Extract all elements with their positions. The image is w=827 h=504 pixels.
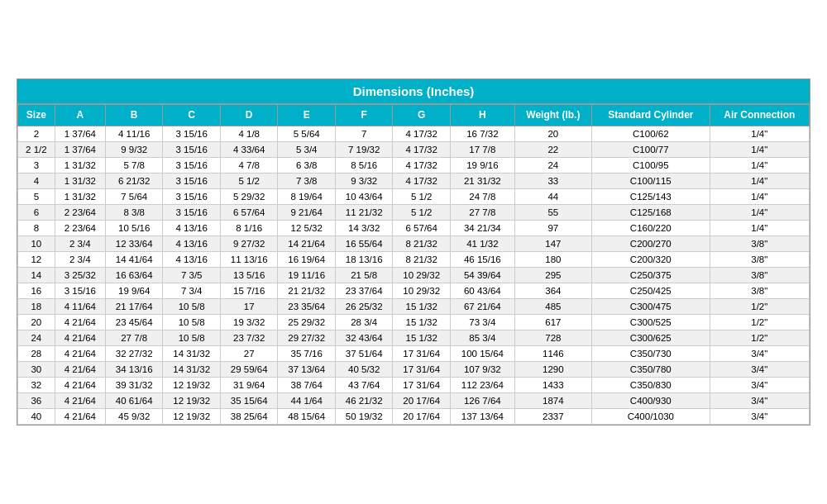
cell-c: 3 15/16 — [163, 205, 221, 221]
cell-g: 15 1/32 — [393, 330, 451, 346]
cell-a: 4 21/64 — [55, 315, 105, 330]
cell-size: 12 — [18, 252, 55, 268]
cell-b: 9 9/32 — [105, 142, 163, 158]
cell-g: 17 31/64 — [393, 362, 451, 378]
cell-cylinder: C350/830 — [591, 378, 710, 393]
cell-weight: 2337 — [514, 409, 591, 425]
cell-g: 8 21/32 — [393, 252, 451, 268]
cell-h: 17 7/8 — [450, 142, 514, 158]
table-row: 51 31/327 5/643 15/165 29/328 19/6410 43… — [18, 189, 810, 205]
cell-f: 10 43/64 — [335, 189, 393, 205]
cell-cylinder: C250/425 — [591, 283, 710, 299]
cell-h: 46 15/16 — [450, 252, 514, 268]
cell-cylinder: C350/730 — [591, 346, 710, 362]
cell-d: 4 7/8 — [220, 158, 278, 174]
cell-air: 1/2" — [710, 330, 809, 346]
cell-air: 1/2" — [710, 299, 809, 315]
col-header-air: Air Connection — [710, 104, 809, 126]
dimensions-table-wrapper: Dimensions (Inches) SizeABCDEFGHWeight (… — [17, 78, 810, 426]
cell-e: 35 7/16 — [278, 346, 336, 362]
cell-f: 21 5/8 — [335, 268, 393, 283]
cell-h: 137 13/64 — [450, 409, 514, 425]
cell-g: 6 57/64 — [393, 221, 451, 236]
cell-f: 7 — [335, 126, 393, 142]
table-header-row: SizeABCDEFGHWeight (lb.)Standard Cylinde… — [18, 104, 810, 126]
cell-c: 10 5/8 — [163, 330, 221, 346]
cell-air: 3/8" — [710, 236, 809, 252]
cell-c: 4 13/16 — [163, 252, 221, 268]
cell-c: 14 31/32 — [163, 362, 221, 378]
cell-c: 3 15/16 — [163, 142, 221, 158]
cell-cylinder: C350/780 — [591, 362, 710, 378]
cell-f: 23 37/64 — [335, 283, 393, 299]
table-row: 2 1/21 37/649 9/323 15/164 33/645 3/47 1… — [18, 142, 810, 158]
cell-size: 36 — [18, 393, 55, 409]
cell-c: 3 15/16 — [163, 189, 221, 205]
cell-size: 30 — [18, 362, 55, 378]
cell-g: 15 1/32 — [393, 299, 451, 315]
cell-e: 48 15/64 — [278, 409, 336, 425]
cell-g: 4 17/32 — [393, 142, 451, 158]
table-row: 143 25/3216 63/647 3/513 5/1619 11/1621 … — [18, 268, 810, 283]
cell-e: 29 27/32 — [278, 330, 336, 346]
cell-g: 4 17/32 — [393, 174, 451, 189]
cell-f: 14 3/32 — [335, 221, 393, 236]
cell-h: 16 7/32 — [450, 126, 514, 142]
cell-size: 5 — [18, 189, 55, 205]
table-row: 122 3/414 41/644 13/1611 13/1616 19/6418… — [18, 252, 810, 268]
cell-e: 25 29/32 — [278, 315, 336, 330]
cell-g: 17 31/64 — [393, 346, 451, 362]
table-row: 404 21/6445 9/3212 19/3238 25/6448 15/64… — [18, 409, 810, 425]
cell-a: 2 23/64 — [55, 205, 105, 221]
cell-f: 40 5/32 — [335, 362, 393, 378]
cell-d: 9 27/32 — [220, 236, 278, 252]
cell-a: 3 15/16 — [55, 283, 105, 299]
cell-weight: 180 — [514, 252, 591, 268]
cell-size: 40 — [18, 409, 55, 425]
cell-h: 19 9/16 — [450, 158, 514, 174]
cell-g: 10 29/32 — [393, 268, 451, 283]
cell-air: 1/4" — [710, 221, 809, 236]
cell-size: 2 1/2 — [18, 142, 55, 158]
cell-b: 16 63/64 — [105, 268, 163, 283]
cell-d: 35 15/64 — [220, 393, 278, 409]
cell-b: 21 17/64 — [105, 299, 163, 315]
cell-a: 1 31/32 — [55, 174, 105, 189]
cell-c: 3 15/16 — [163, 158, 221, 174]
cell-b: 23 45/64 — [105, 315, 163, 330]
cell-size: 10 — [18, 236, 55, 252]
dimensions-table: SizeABCDEFGHWeight (lb.)Standard Cylinde… — [17, 104, 810, 426]
cell-cylinder: C300/525 — [591, 315, 710, 330]
cell-e: 38 7/64 — [278, 378, 336, 393]
cell-f: 8 5/16 — [335, 158, 393, 174]
cell-a: 3 25/32 — [55, 268, 105, 283]
col-header-e: E — [278, 104, 336, 126]
cell-c: 3 15/16 — [163, 126, 221, 142]
cell-weight: 97 — [514, 221, 591, 236]
table-row: 163 15/1619 9/647 3/415 7/1621 21/3223 3… — [18, 283, 810, 299]
cell-d: 27 — [220, 346, 278, 362]
cell-c: 3 15/16 — [163, 174, 221, 189]
cell-weight: 24 — [514, 158, 591, 174]
cell-weight: 20 — [514, 126, 591, 142]
cell-cylinder: C400/930 — [591, 393, 710, 409]
cell-cylinder: C250/375 — [591, 268, 710, 283]
cell-size: 18 — [18, 299, 55, 315]
cell-e: 8 19/64 — [278, 189, 336, 205]
cell-d: 29 59/64 — [220, 362, 278, 378]
cell-weight: 1146 — [514, 346, 591, 362]
cell-air: 3/8" — [710, 283, 809, 299]
cell-g: 10 29/32 — [393, 283, 451, 299]
cell-b: 4 11/16 — [105, 126, 163, 142]
cell-d: 13 5/16 — [220, 268, 278, 283]
cell-a: 1 37/64 — [55, 142, 105, 158]
table-row: 184 11/6421 17/6410 5/81723 35/6426 25/3… — [18, 299, 810, 315]
cell-h: 24 7/8 — [450, 189, 514, 205]
cell-b: 5 7/8 — [105, 158, 163, 174]
cell-a: 1 31/32 — [55, 189, 105, 205]
cell-a: 4 21/64 — [55, 409, 105, 425]
cell-cylinder: C160/220 — [591, 221, 710, 236]
cell-c: 12 19/32 — [163, 409, 221, 425]
cell-cylinder: C300/475 — [591, 299, 710, 315]
cell-d: 5 1/2 — [220, 174, 278, 189]
